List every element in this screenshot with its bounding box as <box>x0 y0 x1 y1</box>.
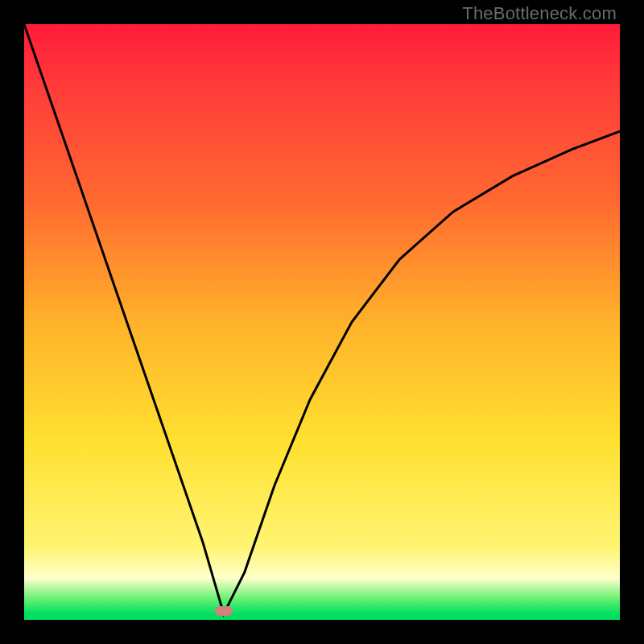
minimum-marker <box>215 606 233 616</box>
plot-area <box>24 24 620 620</box>
curve-layer <box>24 24 620 620</box>
watermark-text: TheBottleneck.com <box>462 3 617 24</box>
chart-frame: TheBottleneck.com <box>0 0 644 644</box>
bottleneck-curve <box>24 24 620 614</box>
